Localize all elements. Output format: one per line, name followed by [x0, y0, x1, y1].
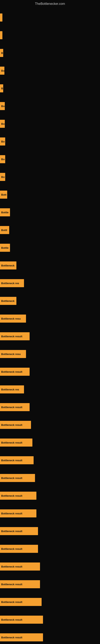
bar-row: Bottleneck result	[0, 398, 100, 416]
bar-row: Bo	[0, 132, 100, 150]
bar-row: Bottleneck result	[0, 416, 100, 434]
bar-row: Bottl	[0, 221, 100, 239]
bar-row: Bo	[0, 168, 100, 186]
bar-row: Bott	[0, 186, 100, 204]
bar-row: Bottle	[0, 204, 100, 221]
bar-row: Bo	[0, 62, 100, 80]
bar-row: Bottleneck result	[0, 434, 100, 452]
bar-label: Bottleneck result	[0, 421, 31, 429]
bar-label: Bo	[0, 66, 4, 75]
bar-row: Bottleneck result	[0, 522, 100, 540]
bar-label: Bottleneck result	[0, 509, 36, 518]
bar-label: Bottleneck result	[0, 368, 30, 376]
bar-label: Bottleneck result	[0, 403, 30, 411]
bar-label: Bottle	[0, 208, 10, 216]
bar-label: Bottleneck result	[0, 474, 35, 482]
bar-label	[0, 31, 2, 39]
bar-label: B	[0, 84, 3, 92]
bar-label: Bo	[0, 102, 5, 110]
bar-label: Bottleneck result	[0, 527, 38, 535]
bar-row	[0, 26, 100, 44]
bar-row: B	[0, 44, 100, 62]
bar-row: Bottleneck result	[0, 611, 100, 628]
bar-label: Bottleneck result	[0, 598, 42, 606]
bar-row: Bottleneck result	[0, 504, 100, 522]
bar-label: Bott	[0, 190, 7, 199]
bar-row: Bottleneck resu	[0, 345, 100, 363]
bar-row: Bottleneck	[0, 292, 100, 310]
bar-label: Bottleneck res	[0, 279, 24, 287]
bar-row: Bottleneck result	[0, 469, 100, 487]
bar-row: Bo	[0, 150, 100, 168]
bar-label: Bottleneck	[0, 297, 16, 305]
bar-label: Bottleneck result	[0, 332, 30, 340]
bar-label: Bottleneck resu	[0, 350, 26, 358]
bar-row: Bo	[0, 115, 100, 132]
bar-label: Bottleneck result	[0, 616, 43, 624]
bar-label: Bottleneck resu	[0, 314, 26, 322]
bar-label: Bottleneck result	[0, 580, 40, 588]
bar-label: Bottl	[0, 226, 9, 234]
bar-row: Bottleneck result	[0, 363, 100, 380]
bar-label: Bottleneck result	[0, 492, 36, 500]
bar-row: Bottleneck result	[0, 540, 100, 558]
bar-row	[0, 9, 100, 26]
bar-label: Bottleneck res	[0, 386, 24, 394]
bar-row: Bottle	[0, 239, 100, 256]
bar-label: Bo	[0, 173, 5, 181]
bars-container: BBoBBoBoBoBoBoBottBottleBottlBottleBottl…	[0, 7, 100, 644]
bar-label: Bottleneck result	[0, 456, 34, 464]
bar-row: Bottleneck resu	[0, 310, 100, 328]
bar-row: Bottleneck result	[0, 328, 100, 345]
bar-label: Bottle	[0, 244, 10, 252]
bar-label: Bottleneck result	[0, 562, 40, 570]
bar-row: Bottleneck result	[0, 628, 100, 644]
bar-row: Bottleneck	[0, 256, 100, 274]
bar-row: Bottleneck res	[0, 380, 100, 398]
bar-label: Bottleneck result	[0, 633, 43, 642]
bar-label: Bottleneck result	[0, 438, 32, 446]
bar-row: B	[0, 80, 100, 97]
bar-row: Bottleneck res	[0, 274, 100, 292]
bar-label: Bottleneck result	[0, 545, 38, 553]
bar-label	[0, 14, 2, 22]
site-title: TheBottlenecker.com	[0, 0, 100, 7]
bar-label: Bo	[0, 155, 5, 163]
bar-row: Bo	[0, 97, 100, 115]
bar-row: Bottleneck result	[0, 593, 100, 611]
bar-label: Bo	[0, 120, 5, 128]
bar-row: Bottleneck result	[0, 452, 100, 469]
bar-label: Bottleneck	[0, 262, 16, 270]
bar-row: Bottleneck result	[0, 558, 100, 575]
bar-row: Bottleneck result	[0, 575, 100, 593]
bar-label: Bo	[0, 138, 5, 146]
bar-row: Bottleneck result	[0, 487, 100, 504]
bar-label: B	[0, 49, 3, 57]
